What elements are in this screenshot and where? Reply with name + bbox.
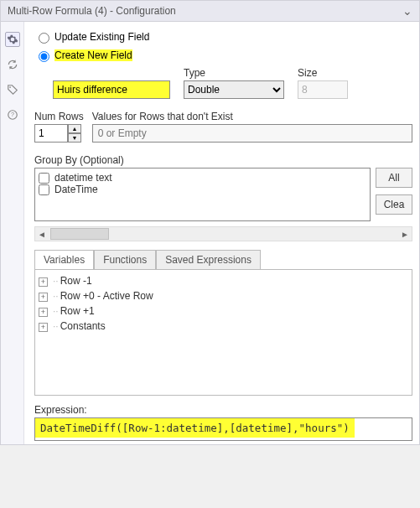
expression-label: Expression: bbox=[34, 404, 412, 416]
create-new-radio-row[interactable]: Create New Field bbox=[34, 49, 412, 62]
group-by-all-button[interactable]: All bbox=[376, 168, 412, 188]
list-item: DateTime bbox=[39, 184, 366, 195]
horizontal-scrollbar[interactable]: ◄ ► bbox=[34, 226, 412, 241]
tab-functions[interactable]: Functions bbox=[94, 250, 156, 269]
tree-node: +··Row +1 bbox=[39, 303, 408, 319]
expression-text: DateTimeDiff([Row-1:datetime],[datetime]… bbox=[35, 418, 355, 438]
svg-point-0 bbox=[9, 86, 11, 88]
type-select[interactable]: Double bbox=[184, 80, 284, 99]
expand-icon[interactable]: + bbox=[39, 293, 48, 302]
tree-node: +··Row -1 bbox=[39, 273, 408, 288]
refresh-icon[interactable] bbox=[5, 57, 20, 72]
gear-icon[interactable] bbox=[5, 32, 20, 47]
size-input bbox=[298, 80, 348, 99]
titlebar: Multi-Row Formula (4) - Configuration ⌄ bbox=[1, 1, 419, 22]
type-label: Type bbox=[184, 67, 284, 79]
variables-tree[interactable]: +··Row -1 +··Row +0 - Active Row +··Row … bbox=[34, 270, 412, 396]
scroll-thumb[interactable] bbox=[50, 228, 109, 240]
tab-saved-expressions[interactable]: Saved Expressions bbox=[156, 250, 261, 269]
create-new-radio[interactable] bbox=[39, 51, 49, 62]
chevron-down-icon[interactable]: ⌄ bbox=[402, 4, 412, 18]
left-toolstrip: ? bbox=[1, 22, 24, 444]
tag-icon[interactable] bbox=[5, 82, 20, 97]
window-title: Multi-Row Formula (4) - Configuration bbox=[8, 5, 402, 17]
create-new-label: Create New Field bbox=[54, 49, 132, 61]
num-rows-down[interactable]: ▼ bbox=[68, 133, 81, 143]
group-by-item-label: datetime text bbox=[54, 172, 112, 184]
group-by-clear-button[interactable]: Clea bbox=[376, 194, 412, 215]
update-existing-radio[interactable] bbox=[39, 33, 49, 44]
tree-node: +··Constants bbox=[39, 319, 408, 334]
rows-not-exist-select[interactable]: 0 or Empty bbox=[92, 124, 412, 143]
expression-editor[interactable]: DateTimeDiff([Row-1:datetime],[datetime]… bbox=[34, 417, 412, 441]
scroll-right-icon[interactable]: ► bbox=[398, 227, 412, 241]
help-icon[interactable]: ? bbox=[5, 107, 20, 122]
list-item: datetime text bbox=[39, 172, 366, 184]
group-by-label: Group By (Optional) bbox=[34, 154, 412, 166]
svg-text:?: ? bbox=[11, 111, 14, 117]
expand-icon[interactable]: + bbox=[39, 323, 48, 332]
size-label: Size bbox=[298, 67, 348, 79]
expression-tabs: Variables Functions Saved Expressions bbox=[34, 250, 412, 270]
update-existing-radio-row[interactable]: Update Existing Field bbox=[34, 30, 412, 44]
group-by-checkbox-0[interactable] bbox=[39, 173, 49, 184]
tree-node: +··Row +0 - Active Row bbox=[39, 288, 408, 303]
group-by-checkbox-1[interactable] bbox=[39, 184, 49, 195]
group-by-item-label: DateTime bbox=[54, 184, 98, 195]
expand-icon[interactable]: + bbox=[39, 277, 48, 287]
new-field-name-input[interactable] bbox=[53, 80, 170, 99]
group-by-list[interactable]: datetime text DateTime bbox=[34, 168, 371, 221]
scroll-left-icon[interactable]: ◄ bbox=[35, 227, 49, 241]
num-rows-up[interactable]: ▲ bbox=[68, 124, 81, 133]
update-existing-label: Update Existing Field bbox=[54, 31, 149, 43]
tab-variables[interactable]: Variables bbox=[34, 250, 94, 269]
num-rows-input[interactable] bbox=[34, 124, 68, 143]
rows-not-exist-label: Values for Rows that don't Exist bbox=[92, 111, 412, 122]
num-rows-label: Num Rows bbox=[34, 111, 84, 122]
expand-icon[interactable]: + bbox=[39, 308, 48, 317]
